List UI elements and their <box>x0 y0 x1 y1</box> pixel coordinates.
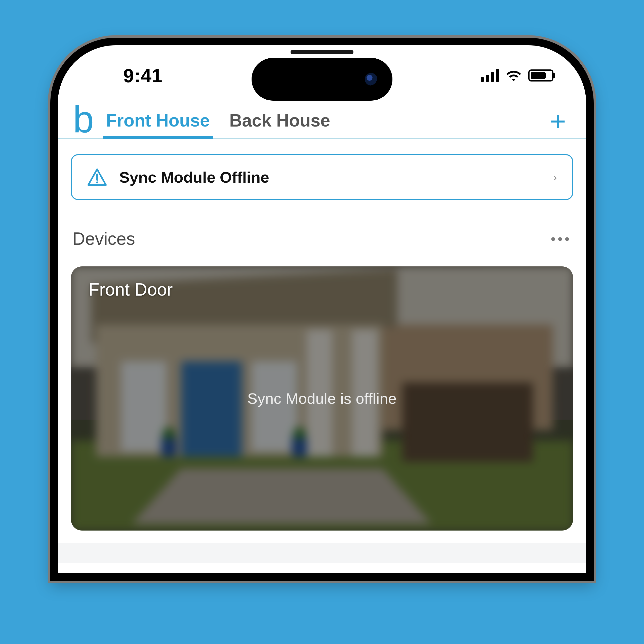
alert-text: Sync Module Offline <box>119 168 541 186</box>
main-content: Sync Module Offline › Devices ••• <box>58 139 586 563</box>
earpiece-speaker <box>291 50 353 54</box>
phone-frame: 9:41 b Front House Back House + Sy <box>50 38 594 581</box>
add-device-button[interactable]: + <box>545 112 571 138</box>
tab-front-house[interactable]: Front House <box>105 108 211 138</box>
app-header: b Front House Back House + <box>58 106 586 139</box>
cellular-icon <box>481 69 499 82</box>
camera-card-front-door[interactable]: Front Door Sync Module is offline <box>71 266 573 531</box>
hw-volume-down <box>50 380 52 438</box>
devices-more-button[interactable]: ••• <box>551 231 572 247</box>
location-tabs: Front House Back House <box>105 108 331 138</box>
status-icons <box>481 69 553 82</box>
hw-volume-up <box>50 299 52 357</box>
status-time: 9:41 <box>123 65 163 87</box>
devices-heading: Devices <box>72 229 135 249</box>
app-logo[interactable]: b <box>73 106 92 139</box>
front-camera <box>365 73 377 86</box>
sync-module-offline-alert[interactable]: Sync Module Offline › <box>71 154 573 200</box>
tab-back-house[interactable]: Back House <box>228 108 331 138</box>
hw-power-button <box>592 330 594 423</box>
devices-section: Devices ••• <box>58 206 586 563</box>
wifi-icon <box>506 70 521 81</box>
hw-silence-switch <box>50 231 52 259</box>
warning-triangle-icon <box>87 168 107 186</box>
chevron-right-icon: › <box>553 170 557 184</box>
dynamic-island <box>252 58 392 101</box>
camera-name: Front Door <box>89 279 173 300</box>
battery-icon <box>528 69 553 82</box>
camera-status-text: Sync Module is offline <box>247 390 397 407</box>
svg-point-1 <box>96 181 98 183</box>
